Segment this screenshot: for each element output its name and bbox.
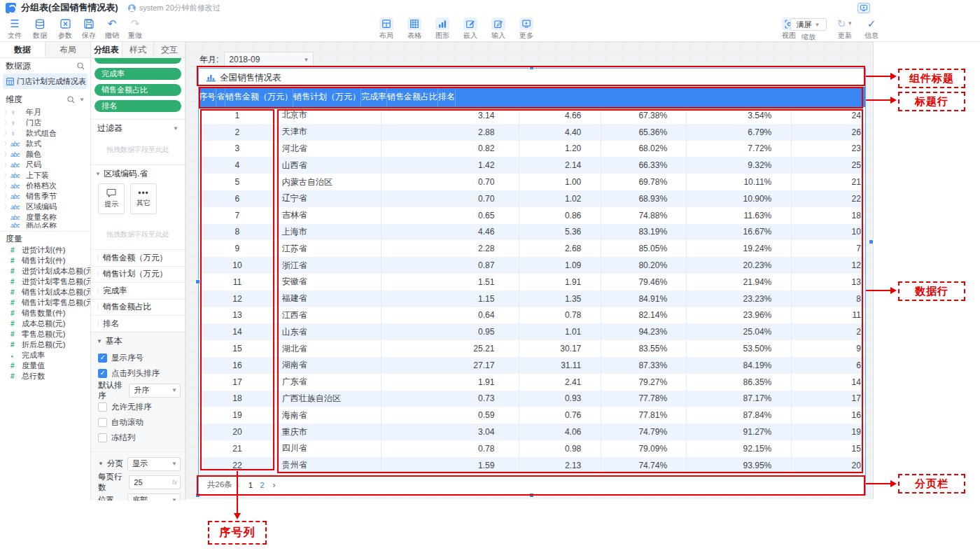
chart-button[interactable]: 图形 — [430, 18, 454, 41]
embed-button[interactable]: 嵌入 — [458, 18, 482, 41]
layout-button[interactable]: 布局 — [374, 18, 398, 41]
table-button[interactable]: 表格 — [402, 18, 426, 41]
column-header[interactable]: 销售金额（万元） — [225, 87, 293, 107]
column-header[interactable]: 销售计划（万元） — [293, 87, 361, 107]
table-row[interactable]: 1 北京市 3.14 4.66 67.38% 3.54% 24 — [199, 107, 865, 124]
page-1[interactable]: 1 — [248, 481, 253, 489]
rows-per-page-input[interactable]: 25 fx — [129, 475, 181, 489]
dimension-item[interactable]: 〉 价格档次 — [0, 181, 90, 191]
search-icon[interactable] — [67, 96, 75, 104]
measure-item[interactable]: 总行数 — [0, 371, 90, 382]
dimension-item[interactable]: 〉 区域编码 — [0, 202, 90, 212]
checkbox-row[interactable]: 显示序号 — [91, 351, 185, 366]
column-header[interactable]: 省 — [216, 87, 225, 107]
paging-select[interactable]: 显示 ▼ — [127, 457, 181, 471]
resize-handle-left[interactable] — [195, 279, 200, 284]
measure-item[interactable]: 销售计划(件) — [0, 255, 90, 266]
table-row[interactable]: 9 江苏省 2.28 2.68 85.05% 19.24% 7 — [199, 240, 865, 257]
drop-zone-hint[interactable]: 拖拽数据字段至此处 — [91, 221, 185, 249]
zoom-select[interactable]: 满屏 ▼ — [790, 18, 827, 31]
field-section[interactable]: 〉 销售金额占比 — [91, 299, 185, 316]
table-row[interactable]: 3 河北省 0.82 1.20 68.02% 7.72% 23 — [199, 141, 865, 158]
table-row[interactable]: 11 安徽省 1.51 1.91 79.46% 21.94% 13 — [199, 274, 865, 290]
dimension-item[interactable]: 〉 年月 — [0, 107, 90, 118]
field-section[interactable]: 〉 完成率 — [91, 282, 185, 299]
input-button[interactable]: 输入 — [486, 18, 510, 41]
table-row[interactable]: 13 江西省 0.64 0.78 82.14% 23.96% 11 — [199, 307, 865, 324]
tab-interaction[interactable]: 交互 — [154, 42, 185, 57]
measure-item[interactable]: 进货计划成本总额(元) — [0, 266, 90, 276]
component-title-bar[interactable]: 全国销售情况表 — [199, 69, 865, 87]
measure-item[interactable]: 完成率 — [0, 350, 90, 360]
datasource-item[interactable]: 门店计划完成情况表 — [3, 74, 88, 89]
metric-pill-clipped[interactable] — [94, 58, 181, 64]
resize-handle-bottom[interactable] — [529, 493, 534, 498]
table-row[interactable]: 20 重庆市 3.04 4.06 74.79% 91.27% 19 — [199, 424, 865, 440]
measure-item[interactable]: 零售总额(元) — [0, 329, 90, 340]
dimension-item[interactable]: 〉 尺码 — [0, 160, 90, 170]
tab-grouped-table[interactable]: 分组表 — [91, 42, 122, 57]
dimension-item[interactable]: 〉 商品名称 — [0, 223, 90, 228]
checkbox-icon[interactable] — [98, 418, 107, 427]
default-sort-select[interactable]: 升序 ▼ — [129, 384, 181, 398]
save-button[interactable]: 保存 — [77, 18, 101, 41]
data-button[interactable]: 数据 — [28, 18, 52, 41]
tip-button[interactable]: 提示 — [98, 183, 125, 214]
undo-button[interactable]: ↶ 撤销 — [100, 18, 124, 41]
info-button[interactable]: ✓ 信息 — [860, 18, 883, 41]
checkbox-icon[interactable] — [98, 354, 107, 363]
more-button[interactable]: 更多 — [514, 18, 538, 41]
table-row[interactable]: 5 内蒙古自治区 0.70 1.00 69.78% 10.11% 21 — [199, 174, 865, 190]
table-row[interactable]: 21 四川省 0.78 0.98 79.09% 92.15% 15 — [199, 440, 865, 457]
basic-section-header[interactable]: ▼ 基本 — [91, 332, 185, 351]
page-2[interactable]: 2 — [260, 481, 264, 489]
dimension-item[interactable]: 〉 款式 — [0, 139, 90, 149]
parameter-button[interactable]: 参数 — [53, 18, 77, 41]
preview-button[interactable] — [858, 3, 870, 13]
table-row[interactable]: 17 广东省 1.91 2.41 79.27% 86.35% 14 — [199, 374, 865, 391]
column-header[interactable]: 序号 — [199, 87, 216, 107]
measure-item[interactable]: 进货计划(件) — [0, 245, 90, 255]
table-row[interactable]: 22 贵州省 1.59 2.13 74.74% 93.95% 20 — [199, 457, 865, 474]
table-row[interactable]: 6 辽宁省 0.70 1.02 68.93% 10.90% 22 — [199, 190, 865, 207]
field-section[interactable]: 〉 销售金额（万元） — [91, 249, 185, 266]
resize-handle-right[interactable] — [869, 239, 874, 244]
metric-pill[interactable]: 排名 — [94, 100, 181, 112]
measure-item[interactable]: 折后总额(元) — [0, 340, 90, 350]
checkbox-icon[interactable] — [98, 369, 107, 378]
region-section-header[interactable]: ▼ 区域编码.省 — [91, 165, 185, 182]
drop-zone-hint[interactable]: 拖拽数据字段至此处 — [91, 136, 185, 164]
metric-pill[interactable]: 销售金额占比 — [94, 84, 181, 96]
column-header[interactable]: 销售金额占比 — [387, 87, 438, 107]
update-button[interactable]: ↻▼ 更新 — [833, 18, 857, 41]
chevron-down-icon[interactable]: ▼ — [79, 97, 85, 103]
dimension-item[interactable]: 〉 款式组合 — [0, 128, 90, 139]
position-select[interactable]: 底部 ▼ — [127, 493, 181, 501]
dimension-item[interactable]: 〉 门店 — [0, 118, 90, 128]
resize-handle-top[interactable] — [529, 65, 534, 70]
dimension-item[interactable]: 〉 度量名称 — [0, 212, 90, 223]
redo-button[interactable]: ↷ 重做 — [123, 18, 147, 41]
date-filter-select[interactable]: 2018-09 ▼ — [224, 52, 314, 67]
table-row[interactable]: 12 福建省 1.15 1.35 84.91% 23.23% 8 — [199, 290, 865, 307]
checkbox-row[interactable]: 自动滚动 — [91, 415, 185, 430]
table-row[interactable]: 4 山西省 1.42 2.14 66.33% 9.32% 25 — [199, 157, 865, 174]
column-header[interactable]: 完成率 — [361, 87, 387, 107]
checkbox-row[interactable]: 点击列头排序 — [91, 366, 185, 382]
measure-item[interactable]: 成本总额(元) — [0, 318, 90, 329]
measure-item[interactable]: 销售计划零售总额(元) — [0, 298, 90, 308]
dimension-item[interactable]: 〉 销售季节 — [0, 191, 90, 202]
checkbox-icon[interactable] — [98, 402, 107, 412]
field-section[interactable]: 〉 排名 — [91, 315, 185, 332]
table-row[interactable]: 18 广西壮族自治区 0.73 0.93 77.78% 87.17% 17 — [199, 391, 865, 407]
table-row[interactable]: 19 海南省 0.59 0.76 77.81% 87.84% 16 — [199, 407, 865, 424]
measure-item[interactable]: 销售数量(件) — [0, 308, 90, 318]
dimension-item[interactable]: 〉 上下装 — [0, 170, 90, 181]
table-row[interactable]: 16 湖南省 27.17 31.11 87.33% 84.19% 6 — [199, 357, 865, 374]
other-button[interactable]: ••• 其它 — [130, 183, 157, 214]
field-section[interactable]: 〉 销售计划（万元） — [91, 266, 185, 283]
table-row[interactable]: 2 天津市 2.88 4.40 65.36% 6.79% 26 — [199, 124, 865, 141]
table-row[interactable]: 10 浙江省 0.87 1.09 80.20% 20.23% 12 — [199, 257, 865, 274]
checkbox-row[interactable]: 允许无排序 — [91, 400, 185, 415]
measure-item[interactable]: 进货计划零售总额(元) — [0, 276, 90, 287]
